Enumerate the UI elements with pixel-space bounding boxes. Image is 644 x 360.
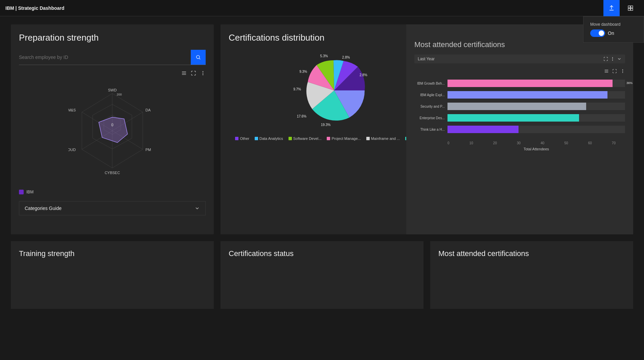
legend-color bbox=[19, 190, 24, 194]
expand-icon[interactable] bbox=[191, 70, 196, 77]
more-options-icon[interactable] bbox=[200, 70, 206, 77]
most-attended-section: ⚙ Most attended certifications Last Year bbox=[406, 24, 633, 234]
svg-point-11 bbox=[203, 75, 203, 75]
prep-card-title: Preparation strength bbox=[19, 33, 206, 43]
export-icon-button[interactable] bbox=[622, 0, 639, 16]
bottom-card-1: Training strength bbox=[11, 241, 214, 309]
svg-point-36 bbox=[612, 59, 613, 59]
chevron-down-icon bbox=[194, 206, 200, 211]
bar-track-2 bbox=[447, 91, 625, 99]
bottom-card-title-3: Most attended certifications bbox=[438, 249, 625, 258]
svg-point-9 bbox=[203, 71, 203, 72]
svg-point-41 bbox=[622, 69, 623, 70]
search-input[interactable] bbox=[19, 52, 191, 63]
bar-row-5: Think Like a H... bbox=[414, 126, 625, 133]
svg-text:200: 200 bbox=[117, 93, 122, 96]
filter-row: Last Year bbox=[414, 55, 625, 63]
svg-rect-3 bbox=[631, 8, 633, 10]
svg-text:CLOUD: CLOUD bbox=[68, 148, 76, 152]
bar-pct-1: 36% bbox=[626, 81, 632, 85]
svg-rect-1 bbox=[631, 6, 633, 8]
bar-track-3 bbox=[447, 103, 625, 110]
svg-point-37 bbox=[612, 60, 613, 61]
bottom-card-title-1: Training strength bbox=[19, 249, 206, 258]
bar-axis-title: Total Attendees bbox=[414, 147, 625, 151]
bar-axis-row: 0 10 20 30 40 50 60 70 bbox=[414, 141, 625, 145]
svg-text:19.3%: 19.3% bbox=[321, 123, 330, 127]
card-toolbar bbox=[19, 70, 206, 77]
legend-mainframe: Mainframe and ... bbox=[366, 136, 400, 141]
legend-project-manage: Project Manage... bbox=[327, 136, 361, 141]
more-options-bar-icon[interactable] bbox=[620, 69, 625, 73]
axis-30: 30 bbox=[517, 141, 521, 145]
radar-chart: SWD DA PM CYBSEC CLOUD M&S 200 0 bbox=[68, 87, 156, 175]
move-dashboard-panel: Move dashboard On bbox=[583, 16, 644, 43]
expand-bar-icon[interactable] bbox=[612, 69, 617, 73]
pie-legend: Other Data Analytics Software Devel... P… bbox=[235, 136, 433, 141]
svg-text:9.3%: 9.3% bbox=[299, 70, 307, 73]
svg-text:5.3%: 5.3% bbox=[320, 54, 328, 58]
more-options-small-icon[interactable] bbox=[610, 57, 615, 61]
bottom-card-2: Certifications status bbox=[221, 241, 423, 309]
bar-fill-4 bbox=[447, 114, 579, 122]
legend-software-dev: Software Devel... bbox=[289, 136, 322, 141]
svg-point-4 bbox=[197, 56, 200, 59]
svg-text:0: 0 bbox=[111, 123, 114, 127]
list-bar-icon[interactable] bbox=[604, 69, 609, 73]
bottom-card-3: Most attended certifications bbox=[430, 241, 633, 309]
svg-text:PM: PM bbox=[145, 148, 151, 152]
main-content: Preparation strength bbox=[0, 16, 644, 317]
svg-text:DA: DA bbox=[145, 108, 151, 112]
preparation-strength-card: Preparation strength bbox=[11, 24, 214, 234]
svg-point-35 bbox=[612, 57, 613, 58]
bar-row-3: Security and P... bbox=[414, 103, 625, 110]
expand-small-icon[interactable] bbox=[603, 57, 608, 61]
app-title: IBM | Strategic Dashboard bbox=[5, 5, 64, 11]
svg-text:M&S: M&S bbox=[68, 108, 76, 112]
svg-text:2.8%: 2.8% bbox=[360, 73, 367, 77]
bar-label-2: IBM Agile Expl... bbox=[414, 93, 445, 97]
svg-text:2.8%: 2.8% bbox=[342, 56, 350, 59]
svg-text:17.6%: 17.6% bbox=[297, 114, 306, 118]
toggle-knob bbox=[599, 30, 604, 36]
categories-guide-label: Categories Guide bbox=[25, 206, 62, 211]
chevron-down-filter-icon[interactable] bbox=[617, 57, 622, 61]
bottom-row: Training strength Certifications status … bbox=[11, 241, 633, 309]
bar-chart-area: IBM Growth Beh... 36% IBM Agile Expl... … bbox=[414, 77, 625, 140]
legend-data-analytics: Data Analytics bbox=[255, 136, 283, 141]
search-button[interactable] bbox=[191, 50, 206, 65]
bar-track-4 bbox=[447, 114, 625, 122]
svg-marker-26 bbox=[99, 117, 128, 143]
radar-chart-area: SWD DA PM CYBSEC CLOUD M&S 200 0 bbox=[19, 80, 206, 182]
categories-guide-dropdown[interactable]: Categories Guide bbox=[19, 201, 206, 215]
move-dashboard-label: Move dashboard bbox=[590, 22, 637, 27]
nav-icons bbox=[603, 0, 639, 16]
pie-chart: 2.8% 2.8% 5.3% 9.3% 9.7% 17.6% 19.3% bbox=[294, 50, 375, 131]
bar-fill-5 bbox=[447, 126, 519, 133]
bar-fill-3 bbox=[447, 103, 586, 110]
legend-row: IBM bbox=[19, 190, 206, 194]
filter-icons bbox=[603, 57, 622, 61]
bar-row-4: Enterprise Des... bbox=[414, 114, 625, 122]
svg-rect-0 bbox=[628, 6, 630, 8]
svg-point-43 bbox=[622, 72, 623, 73]
bar-label-3: Security and P... bbox=[414, 105, 445, 108]
bottom-card-title-2: Certifications status bbox=[229, 249, 415, 258]
bar-label-4: Enterprise Des... bbox=[414, 116, 445, 120]
axis-70: 70 bbox=[612, 141, 616, 145]
axis-20: 20 bbox=[493, 141, 497, 145]
bar-label-5: Think Like a H... bbox=[414, 128, 445, 131]
legend-text: IBM bbox=[26, 190, 33, 194]
upload-icon-button[interactable] bbox=[603, 0, 620, 16]
svg-rect-2 bbox=[628, 8, 630, 10]
list-icon[interactable] bbox=[181, 70, 187, 77]
toggle-label: On bbox=[608, 30, 614, 36]
svg-text:SWD: SWD bbox=[108, 88, 117, 92]
svg-text:9.7%: 9.7% bbox=[294, 87, 301, 91]
bar-fill-1 bbox=[447, 80, 613, 87]
bar-track-5 bbox=[447, 126, 625, 133]
move-dashboard-toggle[interactable] bbox=[590, 29, 605, 37]
svg-line-5 bbox=[199, 58, 200, 59]
svg-text:CYBSEC: CYBSEC bbox=[105, 171, 120, 175]
bar-fill-2 bbox=[447, 91, 607, 99]
